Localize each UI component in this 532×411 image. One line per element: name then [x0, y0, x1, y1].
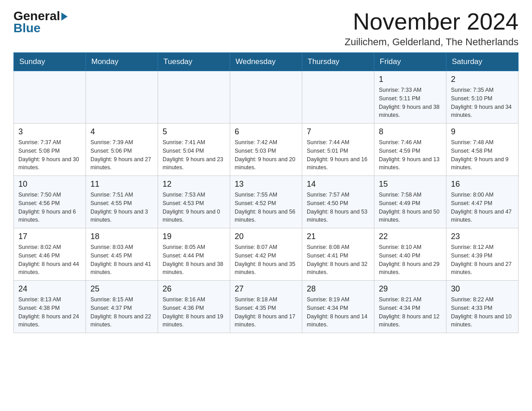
col-saturday: Saturday	[446, 53, 519, 71]
calendar-body: 1Sunrise: 7:33 AMSunset: 5:11 PMDaylight…	[14, 71, 519, 333]
calendar-cell: 12Sunrise: 7:53 AMSunset: 4:53 PMDayligh…	[158, 176, 230, 228]
day-info: Sunrise: 7:42 AMSunset: 5:03 PMDaylight:…	[235, 138, 297, 172]
day-number: 9	[451, 127, 514, 137]
day-number: 18	[90, 232, 153, 241]
calendar-cell: 29Sunrise: 8:21 AMSunset: 4:34 PMDayligh…	[374, 281, 446, 333]
calendar-table: Sunday Monday Tuesday Wednesday Thursday…	[13, 52, 519, 333]
col-tuesday: Tuesday	[158, 53, 230, 71]
location-subtitle: Zuilichem, Gelderland, The Netherlands	[345, 36, 519, 48]
calendar-cell: 8Sunrise: 7:46 AMSunset: 4:59 PMDaylight…	[374, 124, 446, 176]
day-number: 27	[235, 284, 297, 294]
day-number: 15	[379, 180, 442, 189]
calendar-cell: 17Sunrise: 8:02 AMSunset: 4:46 PMDayligh…	[14, 228, 86, 281]
calendar-cell: 21Sunrise: 8:08 AMSunset: 4:41 PMDayligh…	[302, 228, 374, 281]
day-info: Sunrise: 8:13 AMSunset: 4:38 PMDaylight:…	[18, 295, 81, 329]
calendar-cell: 26Sunrise: 8:16 AMSunset: 4:36 PMDayligh…	[158, 281, 230, 333]
day-info: Sunrise: 8:02 AMSunset: 4:46 PMDaylight:…	[18, 243, 81, 277]
day-info: Sunrise: 7:44 AMSunset: 5:01 PMDaylight:…	[307, 138, 369, 172]
calendar-cell: 3Sunrise: 7:37 AMSunset: 5:08 PMDaylight…	[14, 124, 86, 176]
calendar-header: Sunday Monday Tuesday Wednesday Thursday…	[14, 53, 519, 71]
day-info: Sunrise: 7:37 AMSunset: 5:08 PMDaylight:…	[18, 138, 81, 172]
col-sunday: Sunday	[14, 53, 86, 71]
day-info: Sunrise: 7:41 AMSunset: 5:04 PMDaylight:…	[163, 138, 225, 172]
calendar-cell: 30Sunrise: 8:22 AMSunset: 4:33 PMDayligh…	[446, 281, 519, 333]
week-row-0: 1Sunrise: 7:33 AMSunset: 5:11 PMDaylight…	[14, 71, 519, 124]
day-number: 8	[379, 127, 442, 137]
day-number: 5	[163, 127, 225, 137]
day-info: Sunrise: 8:10 AMSunset: 4:40 PMDaylight:…	[379, 243, 442, 277]
day-number: 3	[18, 127, 81, 137]
calendar-cell: 18Sunrise: 8:03 AMSunset: 4:45 PMDayligh…	[86, 228, 158, 281]
day-info: Sunrise: 8:12 AMSunset: 4:39 PMDaylight:…	[451, 243, 514, 277]
title-section: November 2024 Zuilichem, Gelderland, The…	[345, 9, 519, 48]
day-info: Sunrise: 8:07 AMSunset: 4:42 PMDaylight:…	[235, 243, 297, 277]
calendar-cell: 11Sunrise: 7:51 AMSunset: 4:55 PMDayligh…	[86, 176, 158, 228]
calendar-cell: 5Sunrise: 7:41 AMSunset: 5:04 PMDaylight…	[158, 124, 230, 176]
day-number: 10	[18, 180, 81, 189]
calendar-cell: 27Sunrise: 8:18 AMSunset: 4:35 PMDayligh…	[230, 281, 302, 333]
day-number: 11	[90, 180, 153, 189]
day-info: Sunrise: 8:21 AMSunset: 4:34 PMDaylight:…	[379, 295, 442, 329]
day-number: 12	[163, 180, 225, 189]
calendar-cell: 20Sunrise: 8:07 AMSunset: 4:42 PMDayligh…	[230, 228, 302, 281]
day-number: 2	[451, 75, 514, 84]
calendar-cell: 19Sunrise: 8:05 AMSunset: 4:44 PMDayligh…	[158, 228, 230, 281]
day-info: Sunrise: 7:48 AMSunset: 4:58 PMDaylight:…	[451, 138, 514, 172]
calendar-cell: 10Sunrise: 7:50 AMSunset: 4:56 PMDayligh…	[14, 176, 86, 228]
day-number: 7	[307, 127, 369, 137]
calendar-cell: 9Sunrise: 7:48 AMSunset: 4:58 PMDaylight…	[446, 124, 519, 176]
calendar-cell: 28Sunrise: 8:19 AMSunset: 4:34 PMDayligh…	[302, 281, 374, 333]
calendar-cell	[86, 71, 158, 124]
page-header: General Blue November 2024 Zuilichem, Ge…	[13, 9, 519, 48]
calendar-cell	[14, 71, 86, 124]
day-info: Sunrise: 7:46 AMSunset: 4:59 PMDaylight:…	[379, 138, 442, 172]
day-info: Sunrise: 8:08 AMSunset: 4:41 PMDaylight:…	[307, 243, 369, 277]
calendar-cell: 22Sunrise: 8:10 AMSunset: 4:40 PMDayligh…	[374, 228, 446, 281]
col-wednesday: Wednesday	[230, 53, 302, 71]
calendar-cell: 13Sunrise: 7:55 AMSunset: 4:52 PMDayligh…	[230, 176, 302, 228]
calendar-cell: 1Sunrise: 7:33 AMSunset: 5:11 PMDaylight…	[374, 71, 446, 124]
day-info: Sunrise: 8:19 AMSunset: 4:34 PMDaylight:…	[307, 295, 369, 329]
day-info: Sunrise: 8:15 AMSunset: 4:37 PMDaylight:…	[90, 295, 153, 329]
day-number: 28	[307, 284, 369, 294]
logo-blue-text: Blue	[13, 21, 41, 35]
day-number: 1	[379, 75, 442, 84]
col-thursday: Thursday	[302, 53, 374, 71]
day-info: Sunrise: 8:05 AMSunset: 4:44 PMDaylight:…	[163, 243, 225, 277]
day-info: Sunrise: 7:57 AMSunset: 4:50 PMDaylight:…	[307, 191, 369, 224]
week-row-1: 3Sunrise: 7:37 AMSunset: 5:08 PMDaylight…	[14, 124, 519, 176]
calendar-cell: 4Sunrise: 7:39 AMSunset: 5:06 PMDaylight…	[86, 124, 158, 176]
week-row-4: 24Sunrise: 8:13 AMSunset: 4:38 PMDayligh…	[14, 281, 519, 333]
day-info: Sunrise: 7:35 AMSunset: 5:10 PMDaylight:…	[451, 86, 514, 120]
calendar-cell: 16Sunrise: 8:00 AMSunset: 4:47 PMDayligh…	[446, 176, 519, 228]
calendar-cell: 15Sunrise: 7:58 AMSunset: 4:49 PMDayligh…	[374, 176, 446, 228]
calendar-cell: 14Sunrise: 7:57 AMSunset: 4:50 PMDayligh…	[302, 176, 374, 228]
day-info: Sunrise: 7:39 AMSunset: 5:06 PMDaylight:…	[90, 138, 153, 172]
day-info: Sunrise: 8:00 AMSunset: 4:47 PMDaylight:…	[451, 191, 514, 224]
day-number: 25	[90, 284, 153, 294]
day-number: 14	[307, 180, 369, 189]
day-number: 4	[90, 127, 153, 137]
day-number: 20	[235, 232, 297, 241]
day-number: 21	[307, 232, 369, 241]
day-info: Sunrise: 7:33 AMSunset: 5:11 PMDaylight:…	[379, 86, 442, 120]
calendar-cell	[302, 71, 374, 124]
day-info: Sunrise: 8:16 AMSunset: 4:36 PMDaylight:…	[163, 295, 225, 329]
day-info: Sunrise: 7:58 AMSunset: 4:49 PMDaylight:…	[379, 191, 442, 224]
calendar-cell	[158, 71, 230, 124]
day-info: Sunrise: 7:51 AMSunset: 4:55 PMDaylight:…	[90, 191, 153, 224]
calendar-cell	[230, 71, 302, 124]
day-info: Sunrise: 8:22 AMSunset: 4:33 PMDaylight:…	[451, 295, 514, 329]
day-info: Sunrise: 8:18 AMSunset: 4:35 PMDaylight:…	[235, 295, 297, 329]
day-info: Sunrise: 7:53 AMSunset: 4:53 PMDaylight:…	[163, 191, 225, 224]
day-number: 23	[451, 232, 514, 241]
day-info: Sunrise: 7:50 AMSunset: 4:56 PMDaylight:…	[18, 191, 81, 224]
calendar-cell: 23Sunrise: 8:12 AMSunset: 4:39 PMDayligh…	[446, 228, 519, 281]
day-number: 26	[163, 284, 225, 294]
day-number: 13	[235, 180, 297, 189]
calendar-cell: 6Sunrise: 7:42 AMSunset: 5:03 PMDaylight…	[230, 124, 302, 176]
logo: General Blue	[13, 9, 68, 35]
header-row: Sunday Monday Tuesday Wednesday Thursday…	[14, 53, 519, 71]
day-number: 30	[451, 284, 514, 294]
day-number: 19	[163, 232, 225, 241]
